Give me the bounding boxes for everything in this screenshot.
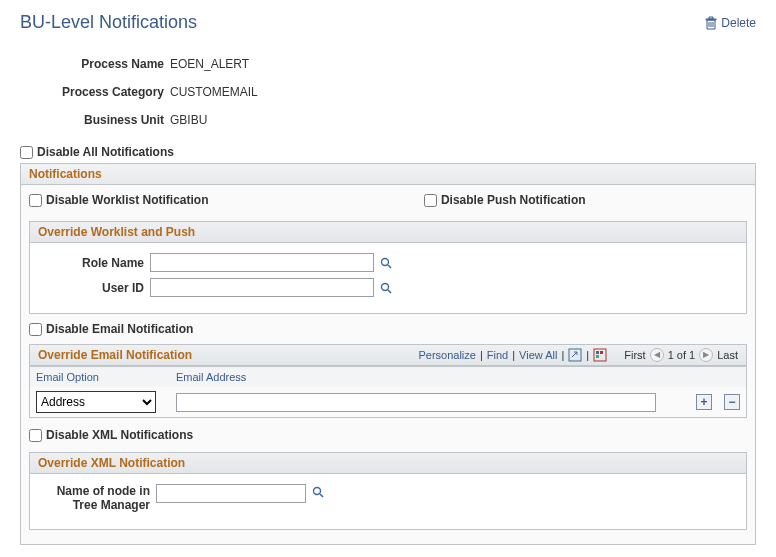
notifications-group-header: Notifications [21,164,755,185]
node-name-lookup[interactable] [312,484,324,498]
prev-icon[interactable]: ◀ [650,348,664,362]
svg-rect-9 [596,351,599,354]
grid-counter: 1 of 1 [668,349,696,361]
disable-worklist-checkbox[interactable] [29,194,42,207]
page-title: BU-Level Notifications [20,12,197,33]
disable-push-label: Disable Push Notification [441,193,586,207]
svg-point-3 [382,259,389,266]
col-email-option[interactable]: Email Option [30,367,170,388]
next-icon[interactable]: ▶ [699,348,713,362]
disable-all-label: Disable All Notifications [37,145,174,159]
svg-line-4 [388,265,391,268]
search-icon [380,257,392,269]
user-id-label: User ID [60,281,150,295]
svg-rect-8 [594,349,606,361]
business-unit-label: Business Unit [60,113,170,127]
node-name-input[interactable] [156,484,306,503]
find-link[interactable]: Find [487,349,508,361]
user-id-lookup[interactable] [380,281,392,295]
download-icon[interactable] [593,348,607,362]
svg-rect-7 [569,349,581,361]
override-xml-header: Override XML Notification [30,453,746,474]
svg-line-6 [388,290,391,293]
personalize-link[interactable]: Personalize [418,349,475,361]
override-worklist-push-header: Override Worklist and Push [30,222,746,243]
process-category-value: CUSTOMEMAIL [170,85,258,99]
delete-row-button[interactable]: − [724,394,740,410]
first-label[interactable]: First [624,349,645,361]
process-name-value: EOEN_ALERT [170,57,249,71]
disable-xml-label: Disable XML Notifications [46,428,193,442]
override-email-header: Override Email Notification [38,348,192,362]
node-name-label: Name of node in Tree Manager [40,484,156,513]
disable-email-label: Disable Email Notification [46,322,193,336]
disable-xml-checkbox[interactable] [29,429,42,442]
col-email-address[interactable]: Email Address [170,367,690,388]
delete-label: Delete [721,16,756,30]
process-name-label: Process Name [60,57,170,71]
disable-push-checkbox[interactable] [424,194,437,207]
delete-button[interactable]: Delete [705,16,756,30]
search-icon [380,282,392,294]
role-name-label: Role Name [60,256,150,270]
business-unit-value: GBIBU [170,113,207,127]
user-id-input[interactable] [150,278,374,297]
svg-rect-10 [600,351,603,354]
svg-point-12 [314,487,321,494]
disable-email-checkbox[interactable] [29,323,42,336]
zoom-icon[interactable] [568,348,582,362]
email-address-input[interactable] [176,393,656,412]
last-label[interactable]: Last [717,349,738,361]
svg-line-13 [320,494,323,497]
search-icon [312,486,324,498]
role-name-lookup[interactable] [380,256,392,270]
svg-rect-11 [596,355,599,358]
table-row: Address + − [30,387,746,417]
svg-point-5 [382,284,389,291]
process-category-label: Process Category [60,85,170,99]
disable-all-checkbox[interactable] [20,146,33,159]
role-name-input[interactable] [150,253,374,272]
email-option-select[interactable]: Address [36,391,156,413]
view-all-link[interactable]: View All [519,349,557,361]
trash-icon [705,16,717,30]
add-row-button[interactable]: + [696,394,712,410]
disable-worklist-label: Disable Worklist Notification [46,193,208,207]
